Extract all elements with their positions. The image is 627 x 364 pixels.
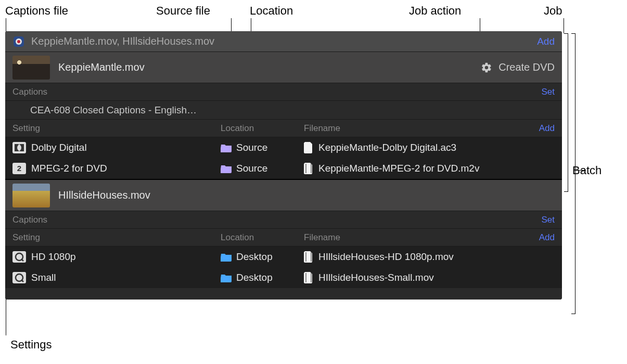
callout-source-file: Source file bbox=[156, 4, 210, 18]
svg-rect-6 bbox=[305, 164, 306, 173]
callout-line bbox=[564, 18, 564, 33]
video-file-icon bbox=[304, 272, 313, 283]
svg-rect-15 bbox=[311, 273, 312, 282]
callout-line bbox=[575, 170, 586, 171]
callout-job-action: Job action bbox=[409, 4, 461, 18]
source-thumbnail bbox=[12, 184, 50, 207]
settings-add-link[interactable]: Add bbox=[539, 232, 555, 243]
batch-panel: KeppieMantle.mov, HIllsideHouses.mov Add… bbox=[5, 31, 562, 300]
callout-captions-file: Captions file bbox=[5, 4, 68, 18]
col-location-label: Location bbox=[221, 232, 304, 243]
setting-name: HD 1080p bbox=[31, 251, 76, 263]
output-filename: HIllsideHouses-HD 1080p.mov bbox=[318, 251, 454, 263]
job-header[interactable]: HIllsideHouses.mov bbox=[5, 180, 562, 211]
location-name: Desktop bbox=[236, 272, 273, 283]
setting-row[interactable]: 2 MPEG-2 for DVD Source KeppieMantle-MPE… bbox=[5, 158, 562, 179]
job-footer-spacer bbox=[5, 288, 562, 300]
captions-label: Captions bbox=[12, 87, 47, 97]
captions-entry[interactable]: CEA-608 Closed Captions - English… bbox=[5, 101, 562, 120]
batch-add-link[interactable]: Add bbox=[537, 36, 555, 47]
folder-icon bbox=[221, 252, 232, 262]
file-icon bbox=[304, 142, 313, 153]
svg-text:2: 2 bbox=[17, 164, 21, 173]
location-name: Source bbox=[236, 163, 267, 174]
captions-set-link[interactable]: Set bbox=[541, 215, 555, 225]
captions-header: Captions Set bbox=[5, 211, 562, 229]
video-file-icon bbox=[304, 251, 313, 263]
callout-batch: Batch bbox=[572, 164, 602, 177]
batch-header[interactable]: KeppieMantle.mov, HIllsideHouses.mov Add bbox=[5, 31, 562, 52]
captions-set-link[interactable]: Set bbox=[541, 87, 555, 97]
setting-row[interactable]: Small Desktop HIllsideHouses-Small.mov bbox=[5, 267, 562, 288]
col-location-label: Location bbox=[221, 123, 304, 134]
output-filename: HIllsideHouses-Small.mov bbox=[318, 272, 434, 283]
quicktime-icon bbox=[12, 251, 26, 263]
batch-source-names: KeppieMantle.mov, HIllsideHouses.mov bbox=[31, 35, 214, 47]
batch-app-icon bbox=[12, 35, 25, 48]
captions-header: Captions Set bbox=[5, 83, 562, 101]
source-filename: HIllsideHouses.mov bbox=[58, 189, 150, 201]
captions-label: Captions bbox=[12, 215, 47, 225]
job-action-button[interactable]: Create DVD bbox=[481, 61, 555, 73]
folder-icon bbox=[221, 143, 232, 152]
svg-point-2 bbox=[17, 40, 20, 43]
columns-header: Setting Location Filename Add bbox=[5, 120, 562, 137]
callout-location: Location bbox=[250, 4, 293, 18]
settings-add-link[interactable]: Add bbox=[539, 123, 555, 134]
folder-icon bbox=[221, 273, 232, 282]
col-filename-label: Filename bbox=[304, 232, 340, 243]
quicktime-icon bbox=[12, 272, 26, 283]
dolby-icon bbox=[12, 142, 26, 153]
captions-entry-text: CEA-608 Closed Captions - English… bbox=[30, 105, 197, 116]
svg-rect-10 bbox=[305, 252, 306, 262]
svg-rect-3 bbox=[12, 142, 26, 153]
col-setting-label: Setting bbox=[12, 123, 221, 134]
job-block: HIllsideHouses.mov Captions Set Setting … bbox=[5, 180, 562, 300]
source-thumbnail bbox=[12, 56, 50, 80]
col-setting-label: Setting bbox=[12, 232, 221, 243]
svg-rect-11 bbox=[311, 252, 312, 262]
svg-rect-7 bbox=[311, 164, 312, 173]
callout-settings: Settings bbox=[10, 338, 52, 352]
setting-row[interactable]: HD 1080p Desktop HIllsideHouses-HD 1080p… bbox=[5, 246, 562, 267]
gear-icon bbox=[481, 62, 492, 73]
job-header[interactable]: KeppieMantle.mov Create DVD bbox=[5, 52, 562, 83]
setting-name: Dolby Digital bbox=[31, 142, 87, 153]
mpeg2-icon: 2 bbox=[12, 163, 26, 174]
setting-name: MPEG-2 for DVD bbox=[31, 163, 107, 174]
folder-icon bbox=[221, 164, 232, 173]
setting-row[interactable]: Dolby Digital Source KeppieMantle-Dolby … bbox=[5, 137, 562, 158]
location-name: Desktop bbox=[236, 251, 273, 263]
setting-name: Small bbox=[31, 272, 56, 283]
bracket-batch bbox=[571, 33, 575, 314]
source-filename: KeppieMantle.mov bbox=[58, 61, 145, 73]
output-filename: KeppieMantle-Dolby Digital.ac3 bbox=[318, 142, 456, 153]
video-file-icon bbox=[304, 163, 313, 174]
columns-header: Setting Location Filename Add bbox=[5, 229, 562, 246]
job-block: KeppieMantle.mov Create DVD Captions Set… bbox=[5, 52, 562, 180]
callout-job: Job bbox=[544, 4, 562, 18]
col-filename-label: Filename bbox=[304, 123, 340, 134]
job-action-label: Create DVD bbox=[498, 61, 555, 73]
output-filename: KeppieMantle-MPEG-2 for DVD.m2v bbox=[318, 163, 479, 174]
location-name: Source bbox=[236, 142, 267, 153]
svg-rect-14 bbox=[305, 273, 306, 282]
bracket-job bbox=[564, 33, 568, 192]
